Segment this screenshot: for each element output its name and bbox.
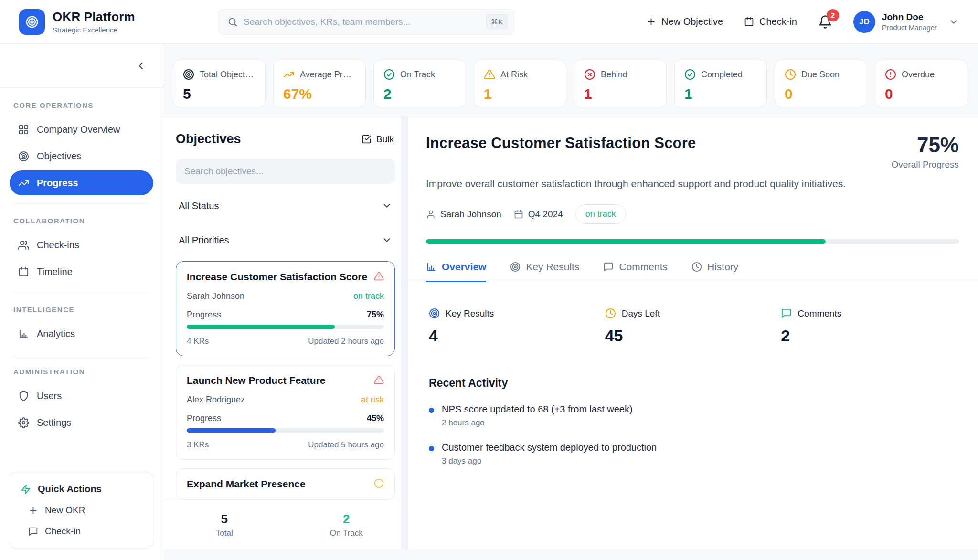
owner-meta: Sarah Johnson bbox=[426, 209, 501, 220]
objective-owner: Alex Rodriguez bbox=[187, 395, 245, 405]
sidebar-item-company-overview[interactable]: Company Overview bbox=[10, 117, 153, 142]
user-role: Product Manager bbox=[882, 23, 937, 32]
tab-overview[interactable]: Overview bbox=[426, 261, 486, 282]
app-title: OKR Platform bbox=[53, 10, 135, 24]
sidebar-item-users[interactable]: Users bbox=[10, 383, 153, 408]
gear-icon bbox=[18, 417, 29, 428]
tab-comments[interactable]: Comments bbox=[603, 261, 668, 282]
alert-triangle-icon bbox=[484, 69, 495, 80]
sidebar-item-timeline[interactable]: Timeline bbox=[10, 259, 153, 284]
trending-up-icon bbox=[283, 69, 295, 80]
search-icon bbox=[227, 17, 238, 27]
app-logo-target-icon bbox=[19, 9, 45, 35]
nav-section-administration: ADMINISTRATION bbox=[10, 368, 153, 376]
overview-stat-comments: Comments 2 bbox=[781, 308, 957, 345]
objectives-search[interactable] bbox=[176, 159, 395, 184]
x-circle-icon bbox=[584, 69, 595, 80]
stat-card-at-risk: At Risk 1 bbox=[474, 60, 566, 107]
clock-icon bbox=[691, 262, 702, 272]
status-pill: on track bbox=[575, 204, 626, 224]
sidebar-item-settings[interactable]: Settings bbox=[10, 410, 153, 435]
notifications-button[interactable]: 2 bbox=[818, 15, 832, 29]
shield-icon bbox=[18, 391, 29, 402]
users-icon bbox=[18, 240, 29, 251]
bar-chart-icon bbox=[18, 328, 29, 339]
nav-section-collaboration: COLLABORATION bbox=[10, 217, 153, 225]
sidebar-nav: CORE OPERATIONS Company Overview Objecti… bbox=[0, 88, 163, 472]
target-icon bbox=[18, 151, 29, 162]
updated-timestamp: Updated 2 hours ago bbox=[308, 337, 384, 346]
overview-tab-content: Key Results 4 Days Left 45 bbox=[408, 282, 978, 466]
progress-bar bbox=[187, 428, 384, 433]
on-track-count: 2 bbox=[286, 512, 408, 527]
overall-progress-bar bbox=[426, 239, 959, 244]
calendar-icon bbox=[744, 17, 754, 27]
global-search-input[interactable] bbox=[244, 17, 480, 27]
tab-key-results[interactable]: Key Results bbox=[510, 261, 579, 282]
plus-icon bbox=[28, 506, 38, 516]
objective-card-expand-market-presence[interactable]: Expand Market Presence bbox=[176, 468, 395, 500]
user-menu[interactable]: JD John Doe Product Manager bbox=[853, 11, 959, 33]
top-header: OKR Platform Strategic Excellence ⌘K New… bbox=[0, 0, 978, 44]
quick-action-check-in[interactable]: Check-in bbox=[21, 526, 142, 537]
kr-count: 3 KRs bbox=[187, 440, 209, 450]
updated-timestamp: Updated 5 hours ago bbox=[308, 440, 384, 450]
sidebar-item-objectives[interactable]: Objectives bbox=[10, 144, 153, 169]
objectives-search-input[interactable] bbox=[184, 166, 386, 177]
lightning-icon bbox=[21, 484, 31, 495]
header-actions: New Objective Check-in 2 JD John Doe Pro… bbox=[646, 11, 959, 33]
objective-card-increase-customer-satisfaction[interactable]: Increase Customer Satisfaction Score Sar… bbox=[176, 261, 395, 356]
clock-icon bbox=[605, 308, 616, 319]
stat-card-behind: Behind 1 bbox=[574, 60, 667, 107]
chevron-left-icon bbox=[135, 60, 147, 72]
kr-count: 4 KRs bbox=[187, 337, 209, 346]
global-search[interactable]: ⌘K bbox=[218, 9, 514, 35]
objectives-scrollbar[interactable] bbox=[401, 117, 407, 549]
notification-badge: 2 bbox=[827, 9, 839, 21]
user-icon bbox=[426, 210, 436, 219]
bulk-button[interactable]: Bulk bbox=[361, 134, 394, 145]
alert-circle-icon bbox=[885, 69, 896, 80]
priority-filter-dropdown[interactable]: All Priorities bbox=[176, 228, 395, 253]
overview-stat-key-results: Key Results 4 bbox=[429, 308, 605, 345]
quick-action-new-okr[interactable]: New OKR bbox=[21, 505, 142, 516]
sidebar-item-check-ins[interactable]: Check-ins bbox=[10, 232, 153, 257]
plus-icon bbox=[646, 17, 656, 27]
stat-card-on-track: On Track 2 bbox=[373, 60, 466, 107]
divider bbox=[13, 294, 149, 294]
message-icon bbox=[28, 527, 38, 537]
new-objective-button[interactable]: New Objective bbox=[646, 16, 723, 27]
calendar-icon bbox=[514, 210, 523, 219]
objectives-list: Increase Customer Satisfaction Score Sar… bbox=[163, 253, 407, 500]
sidebar-collapse-button[interactable] bbox=[131, 56, 150, 75]
recent-activity-title: Recent Activity bbox=[429, 377, 957, 390]
clock-icon bbox=[785, 69, 796, 80]
checkin-button[interactable]: Check-in bbox=[744, 16, 797, 27]
sidebar-item-analytics[interactable]: Analytics bbox=[10, 321, 153, 346]
objective-card-launch-new-product-feature[interactable]: Launch New Product Feature Alex Rodrigue… bbox=[176, 365, 395, 460]
total-count: 5 bbox=[163, 512, 286, 527]
alert-triangle-icon bbox=[374, 375, 384, 385]
objectives-summary-footer: 5 Total 2 On Track bbox=[163, 500, 407, 549]
stat-card-average-progress: Average Progress 67% bbox=[273, 60, 366, 107]
activity-item: NPS score updated to 68 (+3 from last we… bbox=[429, 404, 957, 428]
trending-up-icon bbox=[18, 178, 29, 189]
overview-stat-days-left: Days Left 45 bbox=[605, 308, 781, 345]
progress-bar bbox=[187, 325, 384, 329]
target-icon bbox=[429, 308, 440, 319]
chevron-down-icon bbox=[948, 17, 959, 27]
chevron-down-icon bbox=[382, 235, 392, 245]
alert-triangle-icon bbox=[374, 271, 384, 281]
message-icon bbox=[781, 308, 792, 319]
nav-section-core-operations: CORE OPERATIONS bbox=[10, 101, 153, 109]
sidebar-item-progress[interactable]: Progress bbox=[10, 170, 153, 195]
check-circle-icon bbox=[383, 69, 395, 80]
calendar-icon bbox=[18, 266, 29, 277]
check-square-icon bbox=[361, 134, 372, 144]
app-subtitle: Strategic Excellence bbox=[53, 26, 135, 34]
tab-history[interactable]: History bbox=[691, 261, 738, 282]
user-name: John Doe bbox=[882, 12, 937, 22]
status-filter-dropdown[interactable]: All Status bbox=[176, 193, 395, 218]
dashboard-grid-icon bbox=[18, 124, 29, 135]
objectives-panel-title: Objectives bbox=[176, 132, 241, 147]
